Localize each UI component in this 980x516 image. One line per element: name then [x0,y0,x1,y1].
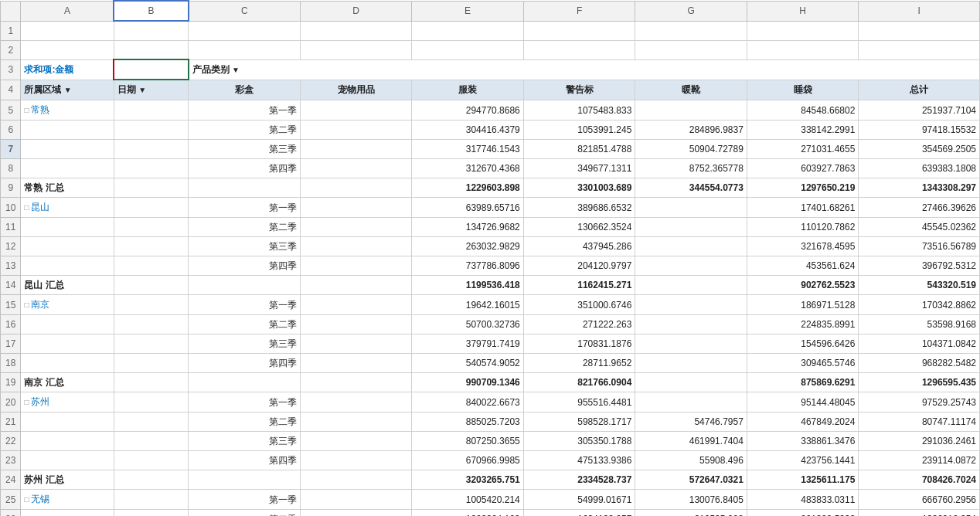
data-cell [635,334,747,354]
col-i-header: I [859,1,980,21]
data-cell [635,392,747,412]
data-cell: 1343308.297 [859,178,980,198]
data-cell: 第三季 [189,432,301,451]
region-cell: □ 无锡 [21,490,114,510]
product-category-filter[interactable]: 产品类别 ▼ [189,59,980,80]
row-number: 8 [1,159,21,178]
data-cell [300,100,412,121]
region-header[interactable]: 所属区域 ▼ [21,80,114,100]
data-cell: 821851.4788 [523,140,635,159]
data-cell [412,21,524,40]
data-cell: 453561.624 [747,256,859,276]
date-cell [114,21,188,40]
data-cell: 1326318.354 [859,510,980,517]
data-cell [635,295,747,315]
data-cell: 885025.7203 [412,412,524,432]
data-cell: 第二季 [189,510,301,517]
data-cell: 50700.32736 [412,315,524,334]
data-cell: 708426.7024 [859,470,980,490]
col-d-header: D [300,1,412,21]
date-cell [114,470,188,490]
data-cell: 354569.2505 [859,140,980,159]
data-cell: 955516.4481 [523,392,635,412]
data-cell [635,354,747,373]
data-cell [300,432,412,451]
data-cell: 63989.65716 [412,198,524,218]
region-cell [21,510,114,517]
table-row: 13第四季737786.8096204120.9797453561.624396… [1,256,980,276]
data-cell: 543320.519 [859,276,980,295]
table-row: 11第二季134726.9682130662.3524110120.786245… [1,218,980,237]
data-cell: 第三季 [189,237,301,256]
data-cell: 670966.9985 [412,451,524,470]
data-cell: 321678.4595 [747,237,859,256]
data-cell: 807250.3655 [412,432,524,451]
data-cell: 170831.1876 [523,334,635,354]
data-cell [300,256,412,276]
data-cell: 130662.3524 [523,218,635,237]
data-cell [300,412,412,432]
date-cell [114,412,188,432]
data-cell: 271222.263 [523,315,635,334]
data-cell: 349677.1311 [523,159,635,178]
table-row: 19南京 汇总990709.1346821766.0904875869.6291… [1,373,980,392]
table-row: 21第二季885025.7203598528.171754746.7957467… [1,412,980,432]
col-h-header: H [747,1,859,21]
data-cell: 2334528.737 [523,470,635,490]
region-cell: □ 常熟 [21,100,114,121]
date-cell [114,237,188,256]
data-cell [859,21,980,40]
region-cell: 昆山 汇总 [21,276,114,295]
data-cell: 284896.9837 [635,121,747,140]
data-cell: 54999.01671 [523,490,635,510]
row-number: 5 [1,100,21,121]
region-cell [21,218,114,237]
data-cell [189,470,301,490]
row-number: 2 [1,40,21,59]
data-cell: 598528.1717 [523,412,635,432]
row-number: 21 [1,412,21,432]
region-cell [21,451,114,470]
data-cell: 1229603.898 [412,178,524,198]
data-cell: 第二季 [189,218,301,237]
table-row: 9常熟 汇总1229603.8983301003.689344554.07731… [1,178,980,198]
row-number: 17 [1,334,21,354]
date-cell [114,40,188,59]
data-cell: 8752.365778 [635,159,747,178]
data-cell: 1262364.189 [412,510,524,517]
data-cell: 55908.496 [635,451,747,470]
table-row: 16第二季50700.32736271222.263224835.8991535… [1,315,980,334]
data-cell: 27466.39626 [859,198,980,218]
data-cell: 134726.9682 [412,218,524,237]
region-cell: □ 南京 [21,295,114,315]
data-cell: 379791.7419 [412,334,524,354]
pivot-table: A B C D E F G H I 123求和项:金额产品类别 ▼4所属区域 ▼… [0,0,980,516]
data-cell: 第二季 [189,412,301,432]
data-cell: 603927.7863 [747,159,859,178]
data-cell [300,315,412,334]
data-cell [300,140,412,159]
data-cell: 737786.8096 [412,256,524,276]
date-cell [114,178,188,198]
pivot-active-cell[interactable] [114,59,188,80]
table-row: 23第四季670966.9985475133.938655908.4964237… [1,451,980,470]
row-number: 20 [1,392,21,412]
data-cell [300,373,412,392]
row-number: 25 [1,490,21,510]
data-cell [300,198,412,218]
data-cell: 第二季 [189,121,301,140]
row-number: 6 [1,121,21,140]
row-number: 3 [1,59,21,80]
col-header-5: 睡袋 [747,80,859,100]
data-cell [635,100,747,121]
data-cell: 1297650.219 [747,178,859,198]
row-number: 18 [1,354,21,373]
date-cell [114,354,188,373]
col-header-1: 宠物用品 [300,80,412,100]
data-cell: 3203265.751 [412,470,524,490]
data-cell: 338861.3476 [747,432,859,451]
date-header[interactable]: 日期 ▼ [114,80,188,100]
data-cell: 73516.56789 [859,237,980,256]
row-number: 1 [1,21,21,40]
data-cell: 821766.0904 [523,373,635,392]
